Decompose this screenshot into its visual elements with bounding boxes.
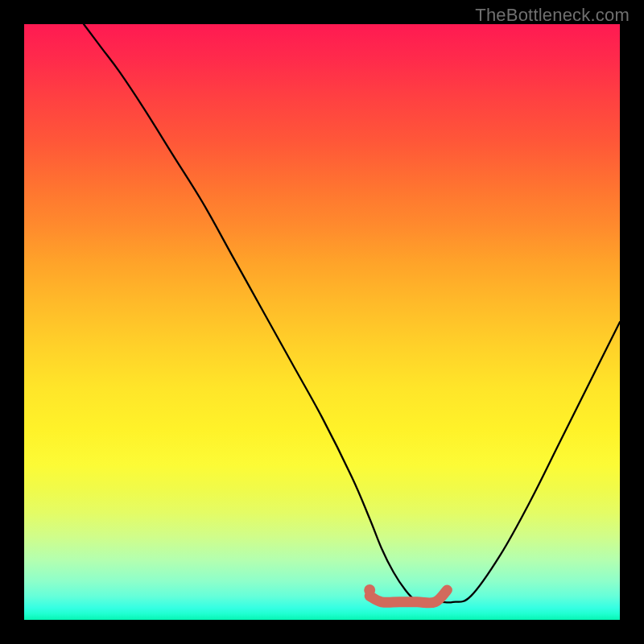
watermark: TheBottleneck.com: [475, 5, 630, 26]
plot-area: [24, 24, 620, 620]
bottleneck-curve-path: [84, 24, 620, 603]
chart-svg: [24, 24, 620, 620]
highlight-start-dot: [364, 584, 375, 596]
highlight-segment-path: [369, 590, 447, 603]
chart-frame: TheBottleneck.com: [0, 0, 644, 644]
